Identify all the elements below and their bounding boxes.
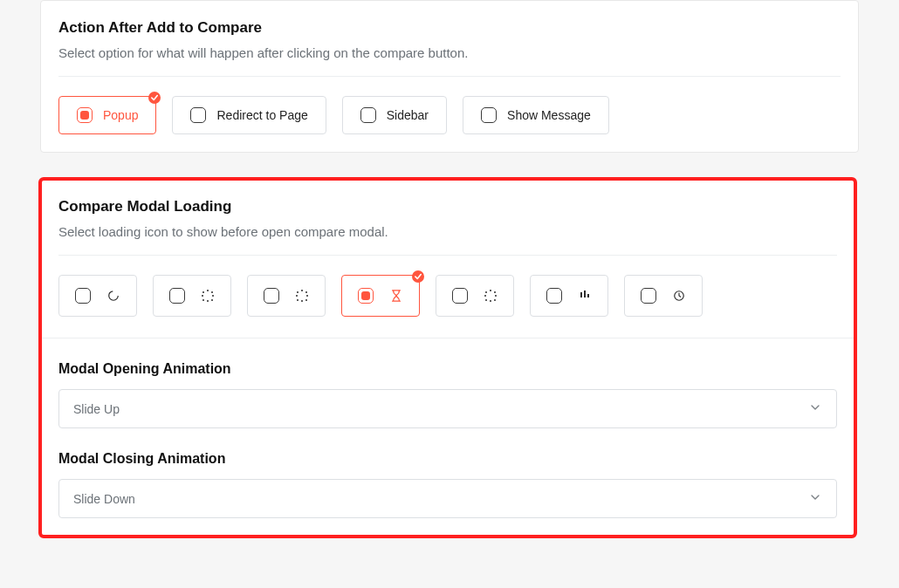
- clock-icon: [672, 289, 686, 303]
- spinner-dots-icon: [201, 289, 215, 303]
- checkbox-icon: [77, 107, 93, 123]
- option-sidebar[interactable]: Sidebar: [342, 96, 447, 134]
- option-label: Show Message: [507, 108, 591, 122]
- divider: [58, 76, 841, 77]
- svg-point-0: [109, 291, 119, 301]
- checkbox-icon: [641, 288, 656, 304]
- option-label: Popup: [103, 108, 138, 122]
- compare-modal-loading-card: Compare Modal Loading Select loading ico…: [40, 179, 855, 537]
- section-subtitle: Select option for what will happen after…: [58, 45, 841, 60]
- checkbox-icon: [75, 288, 91, 304]
- divider: [41, 338, 854, 338]
- option-label: Sidebar: [387, 108, 429, 122]
- checkbox-icon: [190, 107, 206, 123]
- checkbox-icon: [360, 107, 376, 123]
- section-subtitle: Select loading icon to show before open …: [58, 224, 837, 239]
- option-label: Redirect to Page: [216, 108, 307, 122]
- checkbox-icon: [546, 288, 562, 304]
- action-options: Popup Redirect to Page Sidebar Show Mess…: [58, 96, 841, 134]
- loading-option-spinner-arc[interactable]: [58, 275, 137, 317]
- divider: [58, 255, 837, 256]
- field-label-open-animation: Modal Opening Animation: [58, 361, 837, 377]
- section-title: Action After Add to Compare: [58, 19, 841, 37]
- loading-icon-options: [58, 275, 837, 317]
- selected-badge-icon: [148, 92, 161, 104]
- loading-option-hourglass[interactable]: [341, 275, 420, 317]
- loading-option-spinner-dots-1[interactable]: [153, 275, 231, 317]
- checkbox-icon: [358, 288, 374, 304]
- section-title: Compare Modal Loading: [58, 198, 837, 215]
- checkbox-icon: [169, 288, 185, 304]
- action-after-compare-card: Action After Add to Compare Select optio…: [40, 0, 859, 153]
- chevron-down-icon: [808, 490, 822, 507]
- loading-option-spinner-dots-3[interactable]: [436, 275, 514, 317]
- option-redirect-to-page[interactable]: Redirect to Page: [172, 96, 326, 134]
- checkbox-icon: [264, 288, 279, 304]
- select-value: Slide Up: [73, 402, 120, 416]
- checkbox-icon: [452, 288, 468, 304]
- loading-option-spinner-dots-2[interactable]: [247, 275, 326, 317]
- select-value: Slide Down: [73, 492, 135, 506]
- loading-option-bars[interactable]: [530, 275, 608, 317]
- svg-rect-3: [587, 294, 589, 297]
- selected-badge-icon: [412, 270, 424, 283]
- close-animation-select[interactable]: Slide Down: [58, 479, 837, 518]
- spinner-arc-icon: [106, 289, 120, 303]
- chevron-down-icon: [808, 400, 822, 417]
- option-show-message[interactable]: Show Message: [463, 96, 609, 134]
- loading-option-clock[interactable]: [624, 275, 703, 317]
- option-popup[interactable]: Popup: [58, 96, 156, 134]
- field-label-close-animation: Modal Closing Animation: [58, 451, 837, 467]
- bars-icon: [578, 289, 592, 303]
- open-animation-select[interactable]: Slide Up: [58, 389, 837, 428]
- spinner-dots-icon: [484, 289, 498, 303]
- checkbox-icon: [481, 107, 497, 123]
- hourglass-icon: [389, 289, 403, 303]
- spinner-dots-icon: [295, 289, 309, 303]
- svg-rect-1: [580, 292, 582, 297]
- svg-rect-2: [584, 291, 586, 297]
